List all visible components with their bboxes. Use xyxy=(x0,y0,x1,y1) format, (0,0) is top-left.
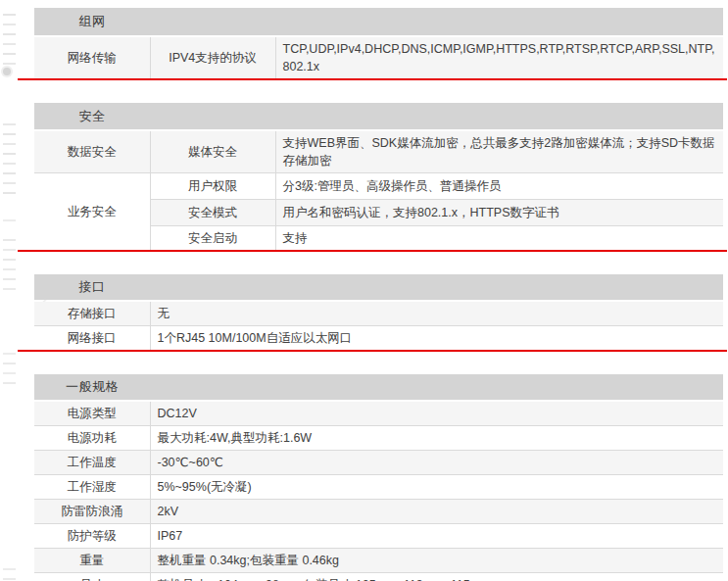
section-divider xyxy=(18,78,727,80)
row-value-cell: 用户名和密码认证，支持802.1.x，HTTPS数字证书 xyxy=(275,200,723,226)
section-title: 一般规格 xyxy=(34,378,150,396)
spec-page: 组网网络传输IPV4支持的协议TCP,UDP,IPv4,DHCP,DNS,ICM… xyxy=(0,0,728,581)
row-value-cell: 支持WEB界面、SDK媒体流加密，总共最多支持2路加密媒体流；支持SD卡数据存储… xyxy=(275,131,723,173)
row-label-cell: 电源功耗 xyxy=(34,426,150,451)
section-header: 安全 xyxy=(34,103,723,129)
row-value-cell: 1个RJ45 10M/100M自适应以太网口 xyxy=(150,326,723,351)
row-subcategory-cell: 安全启动 xyxy=(150,226,275,251)
table-row: 尺寸整机尺寸 φ104mm×98mm;包装尺寸 125mm×113mm×115m… xyxy=(34,573,723,581)
section-divider xyxy=(18,350,727,352)
table-row: 防雷防浪涌2kV xyxy=(34,500,723,524)
table-row: 电源类型DC12V xyxy=(34,402,723,426)
row-subcategory-cell: IPV4支持的协议 xyxy=(150,37,275,78)
table-row: 网络接口1个RJ45 10M/100M自适应以太网口 xyxy=(34,326,723,351)
spec-section-general-specs: 一般规格电源类型DC12V电源功耗最大功耗:4W,典型功耗:1.6W工作温度-3… xyxy=(34,374,723,581)
row-value-cell: 整机重量 0.34kg;包装重量 0.46kg xyxy=(150,549,723,573)
table-row: 工作温度-30℃~60℃ xyxy=(34,451,723,475)
spec-section-interface: 接口存储接口无网络接口1个RJ45 10M/100M自适应以太网口 xyxy=(34,274,723,352)
row-label-cell: 数据安全 xyxy=(34,131,150,173)
row-label-cell: 业务安全 xyxy=(34,173,150,251)
row-value-cell: TCP,UDP,IPv4,DHCP,DNS,ICMP,IGMP,HTTPS,RT… xyxy=(275,37,723,78)
section-header: 一般规格 xyxy=(34,374,723,400)
table-row: 存储接口无 xyxy=(34,302,723,326)
watermark-dashes xyxy=(3,14,16,16)
row-label-cell: 防雷防浪涌 xyxy=(34,500,150,524)
spec-section-networking: 组网网络传输IPV4支持的协议TCP,UDP,IPv4,DHCP,DNS,ICM… xyxy=(34,8,723,80)
watermark-dot xyxy=(3,68,11,75)
spec-sections: 组网网络传输IPV4支持的协议TCP,UDP,IPv4,DHCP,DNS,ICM… xyxy=(34,8,723,581)
row-label-cell: 电源类型 xyxy=(34,402,150,426)
row-label-cell: 防护等级 xyxy=(34,524,150,549)
row-label-cell: 重量 xyxy=(34,549,150,573)
section-header: 组网 xyxy=(34,8,723,35)
row-value-cell: -30℃~60℃ xyxy=(150,451,723,475)
spec-table: 电源类型DC12V电源功耗最大功耗:4W,典型功耗:1.6W工作温度-30℃~6… xyxy=(34,402,723,581)
row-value-cell: 5%~95%(无冷凝) xyxy=(150,475,723,500)
table-row: 数据安全媒体安全支持WEB界面、SDK媒体流加密，总共最多支持2路加密媒体流；支… xyxy=(34,131,723,173)
row-label-cell: 工作温度 xyxy=(34,451,150,475)
section-header: 接口 xyxy=(34,274,723,300)
section-title: 安全 xyxy=(34,108,150,125)
row-value-cell: IP67 xyxy=(150,524,723,549)
row-value-cell: 无 xyxy=(150,302,723,326)
row-value-cell: 整机尺寸 φ104mm×98mm;包装尺寸 125mm×113mm×115mm xyxy=(150,573,723,581)
spec-table: 数据安全媒体安全支持WEB界面、SDK媒体流加密，总共最多支持2路加密媒体流；支… xyxy=(34,131,723,250)
spec-table: 网络传输IPV4支持的协议TCP,UDP,IPv4,DHCP,DNS,ICMP,… xyxy=(34,37,723,78)
section-divider xyxy=(18,250,727,252)
row-label-cell: 网络接口 xyxy=(34,326,150,351)
row-value-cell: 分3级:管理员、高级操作员、普通操作员 xyxy=(275,173,723,200)
table-row: 重量整机重量 0.34kg;包装重量 0.46kg xyxy=(34,549,723,573)
table-row: 网络传输IPV4支持的协议TCP,UDP,IPv4,DHCP,DNS,ICMP,… xyxy=(34,37,723,78)
row-label-cell: 网络传输 xyxy=(34,37,150,78)
section-title: 接口 xyxy=(34,278,150,296)
spec-section-security: 安全数据安全媒体安全支持WEB界面、SDK媒体流加密，总共最多支持2路加密媒体流… xyxy=(34,103,723,252)
row-value-cell: 2kV xyxy=(150,500,723,524)
row-label-cell: 尺寸 xyxy=(34,573,150,581)
row-subcategory-cell: 安全模式 xyxy=(150,200,275,226)
row-subcategory-cell: 用户权限 xyxy=(150,173,275,200)
table-row: 电源功耗最大功耗:4W,典型功耗:1.6W xyxy=(34,426,723,451)
row-subcategory-cell: 媒体安全 xyxy=(150,131,275,173)
spec-table: 存储接口无网络接口1个RJ45 10M/100M自适应以太网口 xyxy=(34,302,723,350)
row-value-cell: 支持 xyxy=(275,226,723,251)
row-label-cell: 工作湿度 xyxy=(34,475,150,500)
table-row: 业务安全用户权限分3级:管理员、高级操作员、普通操作员 xyxy=(34,173,723,200)
row-label-cell: 存储接口 xyxy=(34,302,150,326)
section-title: 组网 xyxy=(34,13,150,30)
table-row: 防护等级IP67 xyxy=(34,524,723,549)
row-value-cell: DC12V xyxy=(150,402,723,426)
row-value-cell: 最大功耗:4W,典型功耗:1.6W xyxy=(150,426,723,451)
table-row: 工作湿度5%~95%(无冷凝) xyxy=(34,475,723,500)
